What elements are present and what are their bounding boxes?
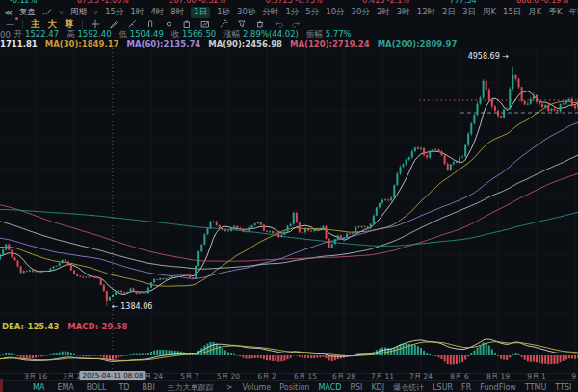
dea-value: DEA:-125.43: [2, 322, 59, 331]
high-price-label: 4958.69 →: [468, 52, 510, 61]
indicator-tab-Volume[interactable]: Volume: [242, 383, 271, 392]
indicator-tab-TTSI[interactable]: TTSI: [555, 383, 571, 392]
indicator-tabbar: MAEMABOLLTDBBI主力大单跟踪> VolumePositionMACD…: [0, 380, 578, 392]
indicator-tab-TD[interactable]: TD: [118, 383, 129, 392]
indicator-tab-BOLL[interactable]: BOLL: [87, 383, 107, 392]
ma-120-line: [0, 173, 578, 261]
ma-lines: [0, 91, 578, 295]
indicator-tab-TTMU[interactable]: TTMU: [525, 383, 546, 392]
main-chart[interactable]: 4958.69 →← 1384.06: [0, 0, 578, 392]
crosshair-date-box: 2025-04-11 08:08: [79, 371, 145, 380]
ma-7-line: [0, 91, 578, 295]
ma-90-line: [0, 155, 578, 269]
indicator-tab-Position[interactable]: Position: [279, 383, 309, 392]
indicator-tab-主力大单跟踪[interactable]: 主力大单跟踪: [168, 382, 214, 392]
macd-readout: DEA:-125.43 MACD:-29.58: [2, 322, 127, 331]
indicator-tab-FundFlow[interactable]: FundFlow: [480, 383, 516, 392]
indicator-tab-MA[interactable]: MA: [33, 383, 44, 392]
trading-chart-app: -0.12%873.5 -1.06%267.66 -0.32%0.3725 -0…: [0, 0, 578, 392]
macd-histogram: [0, 342, 578, 365]
low-price-label: ← 1384.06: [112, 302, 152, 311]
indicator-tab-爆仓统计[interactable]: 爆仓统计: [393, 382, 424, 392]
indicator-tab-RSI[interactable]: RSI: [350, 383, 362, 392]
indicator-tab-LSUR[interactable]: LSUR: [433, 383, 453, 392]
macd-value: MACD:-29.58: [67, 322, 127, 331]
indicator-tab-KDJ[interactable]: KDJ: [371, 383, 384, 392]
live-indicator-strip: [0, 379, 3, 392]
indicator-tab-BBI[interactable]: BBI: [142, 383, 154, 392]
indicator-tab-FR[interactable]: FR: [461, 383, 471, 392]
candles: [0, 67, 578, 306]
indicator-tab-EMA[interactable]: EMA: [57, 383, 73, 392]
ma-30-line: [0, 101, 578, 286]
ma-200-line: [0, 209, 578, 246]
indicator-tab-MACD[interactable]: MACD: [318, 383, 341, 392]
indicator-tab->[interactable]: >: [226, 383, 233, 392]
